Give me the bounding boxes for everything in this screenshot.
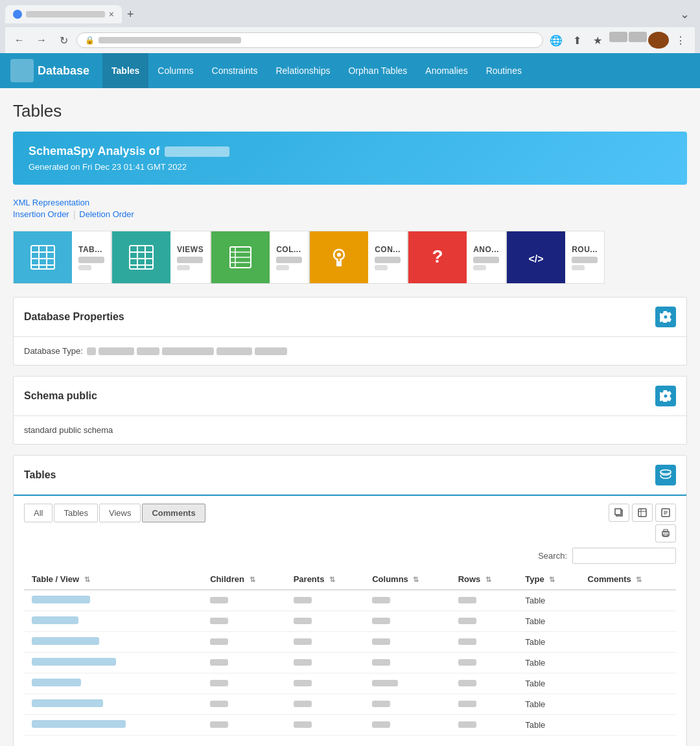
cell-comments-1 xyxy=(580,590,676,611)
cell-comments-5 xyxy=(580,673,676,694)
anomalies-card-info: ANO... xyxy=(467,240,506,275)
tables-card-extra xyxy=(78,265,91,270)
rows-redact-2 xyxy=(458,618,476,624)
db-properties-header: Database Properties xyxy=(14,297,686,337)
link-separator: | xyxy=(73,209,76,220)
th-comments[interactable]: Comments ⇅ xyxy=(580,569,676,590)
export-pdf-button[interactable] xyxy=(655,504,676,522)
insertion-order-link[interactable]: Insertion Order xyxy=(13,209,69,219)
filter-tab-tables[interactable]: Tables xyxy=(54,504,98,522)
browser-tab[interactable]: × xyxy=(5,5,122,23)
address-bar[interactable]: 🔒 xyxy=(76,32,543,48)
cell-comments-2 xyxy=(580,611,676,632)
new-tab-button[interactable]: + xyxy=(122,8,139,21)
deletion-order-link[interactable]: Deletion Order xyxy=(79,209,134,219)
cell-comments-4 xyxy=(580,653,676,673)
stat-card-tables[interactable]: TAB... xyxy=(13,231,111,284)
nav-link-tables[interactable]: Tables xyxy=(102,53,148,88)
bookmark-button[interactable]: ★ xyxy=(589,31,607,49)
schema-card: Schema public standard public schema xyxy=(13,376,687,445)
th-children[interactable]: Children ⇅ xyxy=(202,569,285,590)
search-row: Search: xyxy=(14,542,686,569)
filter-tab-views[interactable]: Views xyxy=(99,504,141,522)
cell-type-4: Table xyxy=(517,653,579,673)
db-properties-gear-button[interactable] xyxy=(655,307,676,327)
cell-columns-5 xyxy=(364,673,450,694)
cell-children-4 xyxy=(202,653,285,673)
stat-card-constraints[interactable]: CON... xyxy=(309,231,408,284)
db-properties-body: Database Type: xyxy=(14,337,686,365)
schema-body: standard public schema xyxy=(14,416,686,444)
table-row[interactable]: Table xyxy=(24,694,676,715)
name-redact-2 xyxy=(32,616,78,624)
stat-card-views[interactable]: VIEWS xyxy=(111,231,211,284)
table-row[interactable]: Table xyxy=(24,715,676,736)
table-row[interactable]: Table xyxy=(24,590,676,611)
table-row[interactable]: Table xyxy=(24,673,676,694)
th-type[interactable]: Type ⇅ xyxy=(517,569,579,590)
tables-data-header: Tables xyxy=(14,456,686,496)
cell-name-6 xyxy=(24,694,202,715)
th-table-view[interactable]: Table / View ⇅ xyxy=(24,569,202,590)
app-logo: Database xyxy=(10,59,89,82)
close-tab-button[interactable]: × xyxy=(109,9,114,19)
schema-gear-button[interactable] xyxy=(655,386,676,406)
parents-redact-2 xyxy=(294,618,312,624)
stat-card-columns[interactable]: COL... xyxy=(211,231,309,284)
tables-export-button[interactable] xyxy=(655,465,676,485)
th-comments-label: Comments xyxy=(588,574,631,584)
links-section: XML Representation Insertion Order | Del… xyxy=(13,198,687,220)
th-parents[interactable]: Parents ⇅ xyxy=(286,569,365,590)
cell-children-2 xyxy=(202,611,285,632)
xml-representation-link[interactable]: XML Representation xyxy=(13,198,687,207)
reload-button[interactable]: ↻ xyxy=(54,31,73,49)
nav-link-columns[interactable]: Columns xyxy=(148,53,202,88)
columns-redact-7 xyxy=(372,721,390,728)
nav-link-constraints[interactable]: Constraints xyxy=(203,53,267,88)
parents-redact-7 xyxy=(294,721,312,728)
children-redact-1 xyxy=(210,597,228,603)
cell-children-3 xyxy=(202,632,285,653)
logo-text: Database xyxy=(38,64,89,78)
children-redact-7 xyxy=(210,721,228,728)
nav-link-orphan-tables[interactable]: Orphan Tables xyxy=(339,53,416,88)
main-content: Tables SchemaSpy Analysis of Generated o… xyxy=(0,88,700,746)
filter-tab-comments[interactable]: Comments xyxy=(142,504,205,522)
columns-redact-1 xyxy=(372,597,390,603)
anomalies-card-value xyxy=(473,257,499,263)
cell-comments-3 xyxy=(580,632,676,653)
export-buttons xyxy=(609,504,676,542)
export-copy-button[interactable] xyxy=(609,504,629,522)
nav-link-relationships[interactable]: Relationships xyxy=(266,53,339,88)
stat-card-anomalies[interactable]: ? ANO... xyxy=(408,231,506,284)
share-button[interactable]: ⬆ xyxy=(568,31,586,49)
columns-card-value xyxy=(276,257,302,263)
table-row[interactable]: Table xyxy=(24,611,676,632)
table-row[interactable]: Table xyxy=(24,632,676,653)
rows-redact-6 xyxy=(458,701,476,707)
tables-card-label: TAB... xyxy=(78,245,104,254)
th-rows[interactable]: Rows ⇅ xyxy=(450,569,518,590)
cell-columns-4 xyxy=(364,653,450,673)
export-print-button[interactable] xyxy=(655,524,676,542)
db-properties-card: Database Properties Database Type: xyxy=(13,297,687,366)
cell-name-2 xyxy=(24,611,202,632)
routines-card-info: ROU... xyxy=(565,240,604,275)
export-csv-button[interactable] xyxy=(632,504,653,522)
menu-button[interactable]: ⋮ xyxy=(671,31,690,49)
th-columns[interactable]: Columns ⇅ xyxy=(364,569,450,590)
stat-card-routines[interactable]: </> ROU... xyxy=(506,231,605,284)
back-button[interactable]: ← xyxy=(10,31,29,49)
tables-card-value xyxy=(78,257,104,263)
nav-link-routines[interactable]: Routines xyxy=(477,53,531,88)
filter-tabs: All Tables Views Comments xyxy=(24,504,205,522)
translate-button[interactable]: 🌐 xyxy=(547,31,565,49)
table-row[interactable]: Table xyxy=(24,653,676,673)
nav-link-anomalies[interactable]: Anomalies xyxy=(416,53,476,88)
search-input[interactable] xyxy=(572,548,676,564)
cell-columns-3 xyxy=(364,632,450,653)
constraints-card-info: CON... xyxy=(368,240,407,275)
forward-button[interactable]: → xyxy=(32,31,51,49)
filter-tab-all[interactable]: All xyxy=(24,504,52,522)
routines-card-label: ROU... xyxy=(572,245,598,254)
